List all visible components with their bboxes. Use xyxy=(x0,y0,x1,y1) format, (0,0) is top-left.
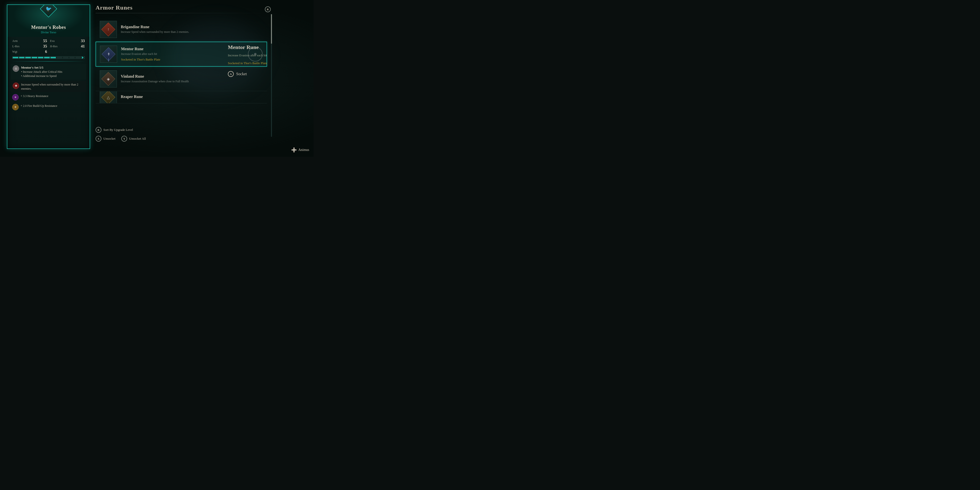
item-icon-diamond: 🐦 xyxy=(41,5,56,17)
rune-mentor-socketed: Socketed in Thor's Battle Plate xyxy=(121,57,244,62)
rune-brigandine-name: Brigandine Rune xyxy=(121,25,263,29)
progress-segment-0 xyxy=(13,57,18,58)
bonus-heavy-res: ✦ + 3.3 Heavy Resistance xyxy=(11,93,86,102)
card-header: 🐦 Mentor's Robes Divine Torso xyxy=(7,5,90,37)
stat-arm: Arm 55 xyxy=(12,39,47,43)
stat-hres-label: H-Res xyxy=(50,45,62,48)
stat-eva-label: Eva xyxy=(50,39,62,43)
animus-label: Animus xyxy=(298,148,309,152)
control-row-sort: R Sort By Upgrade Level xyxy=(95,127,146,133)
bonus-set-title: Mentor's Set 5/5 xyxy=(21,66,43,69)
item-card: 🐦 Mentor's Robes Divine Torso Arm 55 Eva… xyxy=(7,5,90,149)
bonus-set-icon: ⚔ xyxy=(13,65,19,72)
progress-segment-7 xyxy=(57,57,62,58)
a-button-label: A xyxy=(230,73,232,75)
unsocket-all-label: Unsocket All xyxy=(129,137,146,141)
stat-row-3: Wgt 6 xyxy=(12,49,85,54)
section-divider xyxy=(95,13,267,13)
rune-item-brigandine[interactable]: ↑ Brigandine Rune Increase Speed when su… xyxy=(95,17,267,41)
r-icon-scroll: R xyxy=(265,6,271,12)
stat-eva-value: 33 xyxy=(81,39,85,43)
stat-lres: L-Res 35 xyxy=(12,44,47,49)
bonus-speed: ◆ Increase Speed when surrounded by more… xyxy=(11,81,86,92)
y-button-icon: Y xyxy=(121,136,127,142)
a-button-icon: A xyxy=(228,71,234,77)
animus-logo: Animus xyxy=(291,148,309,153)
stat-row-2: L-Res 35 H-Res 41 xyxy=(12,44,85,49)
x-button-icon: X xyxy=(95,136,102,142)
card-corner-bl xyxy=(7,146,10,149)
rune-vinland-desc: Increase Assassination Damage when close… xyxy=(121,80,263,84)
control-unsocket[interactable]: X Unsocket xyxy=(95,136,115,142)
bonus-speed-text: Increase Speed when surrounded by more t… xyxy=(21,83,84,91)
rune-mentor-desc: Increase Evasion after each hit xyxy=(121,52,244,56)
scroll-thumb[interactable] xyxy=(271,14,272,44)
rune-diamond-reaper: △ xyxy=(102,91,115,103)
bonus-set: ⚔ Mentor's Set 5/5 • Increase Attack aft… xyxy=(11,64,86,80)
stat-lres-label: L-Res xyxy=(12,45,24,48)
section-title: Armor Runes xyxy=(95,5,267,11)
bonus-fire-res: ✦ + 2.0 Fire Build-Up Resistance xyxy=(11,103,86,111)
bonus-set-text: Mentor's Set 5/5 • Increase Attack after… xyxy=(21,65,62,78)
stat-wgt: Wgt 6 xyxy=(12,49,47,54)
control-sort[interactable]: R Sort By Upgrade Level xyxy=(95,127,133,133)
rune-vinland-char: ◈ xyxy=(107,77,110,81)
progress-segment-3 xyxy=(32,57,37,58)
rune-icon-vinland: ◈ xyxy=(100,70,117,88)
progress-segment-8 xyxy=(63,57,68,58)
rune-reaper-info: Reaper Rune xyxy=(121,95,263,100)
rune-icon-mentor: ↟ xyxy=(100,46,117,63)
sort-label: Sort By Upgrade Level xyxy=(103,128,133,132)
progress-segment-1 xyxy=(19,57,25,58)
card-corner-br xyxy=(87,146,90,149)
rune-brigandine-desc: Increase Speed when surrounded by more t… xyxy=(121,30,263,34)
right-rune-desc: Increase Evasion after each hit xyxy=(228,53,291,58)
progress-bar xyxy=(12,56,85,59)
rune-icon-brigandine: ↑ xyxy=(100,21,117,38)
stat-lres-value: 35 xyxy=(43,44,47,49)
stat-hres-value: 41 xyxy=(81,44,85,49)
stat-eva: Eva 33 xyxy=(50,39,85,43)
unsocket-label: Unsocket xyxy=(103,137,115,141)
card-divider xyxy=(11,61,86,62)
card-stats: Arm 55 Eva 33 L-Res 35 H-Res 41 Wgt 6 xyxy=(7,37,90,54)
right-rune-title: Mentor Rune xyxy=(228,44,291,51)
bonus-set-bullet1: • Increase Attack after Critical Hits xyxy=(21,70,62,73)
progress-segment-4 xyxy=(38,57,44,58)
rune-diamond-vinland: ◈ xyxy=(102,72,115,86)
control-unsocket-all[interactable]: Y Unsocket All xyxy=(121,136,146,142)
right-action[interactable]: A Socket xyxy=(228,71,291,77)
rune-diamond-brigandine: ↑ xyxy=(102,22,115,37)
bonus-fire-icon: ✦ xyxy=(12,104,19,110)
bonus-speed-icon: ◆ xyxy=(13,83,19,89)
progress-segment-5 xyxy=(44,57,50,58)
stat-arm-value: 55 xyxy=(43,39,47,43)
right-rune-socketed: Socketed in Thor's Battle Plate xyxy=(228,61,291,65)
item-title: Mentor's Robes xyxy=(31,24,66,30)
r-circle: R xyxy=(265,6,271,12)
diamond-inner-icon: 🐦 xyxy=(46,6,52,12)
rune-pin xyxy=(108,59,109,62)
rune-mentor-char: ↟ xyxy=(107,52,110,57)
stat-arm-label: Arm xyxy=(12,39,24,43)
progress-segment-6 xyxy=(51,57,56,58)
bottom-controls: R Sort By Upgrade Level X Unsocket Y Uns… xyxy=(95,124,146,142)
rune-item-reaper[interactable]: △ Reaper Rune xyxy=(95,91,267,103)
stat-wgt-label: Wgt xyxy=(12,50,24,54)
progress-segment-10 xyxy=(75,57,81,58)
rune-icon-reaper: △ xyxy=(100,91,117,103)
item-subtitle: Divine Torso xyxy=(41,30,56,34)
rune-brigandine-char: ↑ xyxy=(107,27,109,32)
progress-arrow xyxy=(82,56,84,59)
progress-bar-container xyxy=(7,55,90,60)
animus-cross-icon xyxy=(291,148,296,153)
control-row-unsocket: X Unsocket Y Unsocket All xyxy=(95,136,146,142)
r-button-icon: R xyxy=(95,127,102,133)
stat-wgt-value: 6 xyxy=(45,49,47,54)
bonus-fire-text: + 2.0 Fire Build-Up Resistance xyxy=(21,104,57,108)
progress-segment-2 xyxy=(25,57,31,58)
progress-segment-9 xyxy=(69,57,75,58)
bonus-heavy-text: + 3.3 Heavy Resistance xyxy=(21,94,48,98)
diamond-shape: 🐦 xyxy=(40,5,57,18)
rune-brigandine-info: Brigandine Rune Increase Speed when surr… xyxy=(121,25,263,34)
